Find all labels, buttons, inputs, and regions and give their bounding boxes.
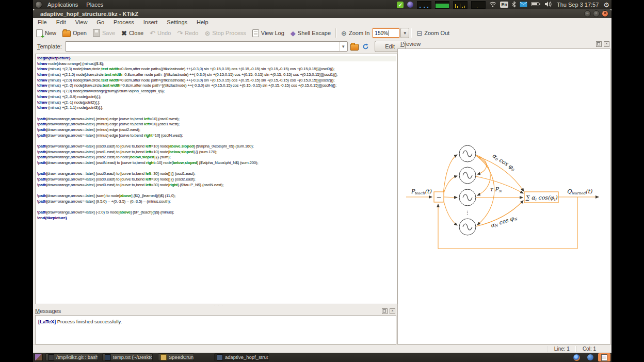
close-window-button[interactable]: ✕ xyxy=(602,10,608,17)
messages-close-icon[interactable]: × xyxy=(390,308,395,314)
taskbar-tray xyxy=(570,353,611,362)
volume-icon[interactable] xyxy=(544,1,552,8)
chevron-down-icon[interactable]: ▼ xyxy=(339,42,347,51)
preview-close-icon[interactable]: × xyxy=(604,41,609,47)
top-panel: Applications Places ✓ En Thu Sep 3 17:57… xyxy=(33,0,611,9)
updates-ok-icon[interactable]: ✓ xyxy=(397,2,404,8)
task-terminal[interactable]: /tmp/ktikz.git : bash ... xyxy=(45,353,98,361)
stop-icon: ⊗ xyxy=(204,30,210,37)
message-text: Process finished successfully. xyxy=(56,319,122,324)
close-file-button[interactable]: ✖ Close xyxy=(118,27,147,39)
open-folder-icon xyxy=(62,30,71,37)
status-col: Col: 1 xyxy=(576,346,602,352)
window-list-applet-icon[interactable] xyxy=(35,354,43,361)
svg-text:∑ αi cos(φi): ∑ αi cos(φi) xyxy=(525,194,557,202)
template-reload-button[interactable] xyxy=(361,42,371,51)
shell-escape-icon: ◆ xyxy=(291,30,296,37)
preview-title: Preview xyxy=(400,41,421,47)
taskbar: /tmp/ktikz.git : bash ... temp.txt (~/De… xyxy=(33,353,611,362)
text-caret xyxy=(389,30,389,36)
menu-edit[interactable]: Edit xyxy=(52,18,71,26)
undo-button[interactable]: ↶ Undo xyxy=(147,27,174,39)
speedcrunch-icon xyxy=(160,354,167,360)
menu-help[interactable]: Help xyxy=(192,18,213,26)
system-tray: ✓ En Thu Sep 3 17:57 ⚙ xyxy=(397,0,611,9)
text-file-icon xyxy=(105,354,111,360)
template-open-button[interactable] xyxy=(350,42,359,51)
menu-view[interactable]: View xyxy=(71,18,92,26)
session-gear-icon[interactable]: ⚙ xyxy=(603,2,609,8)
wifi-icon[interactable] xyxy=(489,1,496,8)
preview-header: Preview × xyxy=(400,40,610,48)
svg-text:⋮: ⋮ xyxy=(465,210,470,216)
zoom-level-input[interactable]: 150% xyxy=(373,28,399,38)
browser-launcher[interactable] xyxy=(584,353,597,361)
zoom-level-dropdown-button[interactable]: ▼ xyxy=(400,28,409,38)
save-icon xyxy=(93,29,100,37)
bluetooth-icon[interactable] xyxy=(512,1,516,9)
active-app-button[interactable] xyxy=(598,353,610,361)
view-log-button[interactable]: View Log xyxy=(249,27,287,39)
menu-go[interactable]: Go xyxy=(92,18,109,26)
svg-text:−: − xyxy=(436,194,441,201)
new-file-icon: + xyxy=(36,29,43,37)
code-editor[interactable]: \begin{tikzpicture}\draw node[draw=orang… xyxy=(35,54,397,304)
places-menu[interactable]: Places xyxy=(82,0,107,9)
messages-title: Messages xyxy=(35,308,61,314)
cpu-monitor-graph[interactable] xyxy=(417,1,431,9)
clock[interactable]: Thu Sep 3 17:57 xyxy=(556,2,600,8)
open-button[interactable]: Open xyxy=(59,27,90,39)
messages-float-icon[interactable] xyxy=(382,308,388,314)
menu-insert[interactable]: Insert xyxy=(139,18,163,26)
keyboard-layout-indicator[interactable]: En xyxy=(500,2,508,8)
task-ktikz[interactable]: adaptive_hopf_struc... xyxy=(214,353,269,361)
ktikz-icon xyxy=(217,354,223,360)
mail-icon[interactable] xyxy=(520,2,527,8)
memory-monitor-graph[interactable] xyxy=(435,1,449,9)
menu-process[interactable]: Process xyxy=(109,18,139,26)
window-titlebar[interactable]: adaptive_hopf_structure.tikz - KTikZ − ▫… xyxy=(33,9,611,18)
disk-monitor-graph[interactable] xyxy=(471,1,486,9)
globe-icon xyxy=(587,354,593,360)
applications-menu[interactable]: Applications xyxy=(43,0,82,9)
stop-process-button[interactable]: ⊗ Stop Process xyxy=(201,27,249,39)
close-x-icon: ✖ xyxy=(121,30,127,37)
redo-button[interactable]: ↷ Redo xyxy=(174,27,201,39)
zoom-out-button[interactable]: ⊟ Zoom Out xyxy=(413,27,453,39)
messages-panel[interactable]: [LaTeX] Process finished successfully. xyxy=(35,315,396,344)
toolbar-separator xyxy=(411,28,412,38)
terminal-icon xyxy=(48,354,54,360)
redo-icon: ↷ xyxy=(177,30,183,37)
save-button[interactable]: Save xyxy=(90,27,118,39)
messages-header: Messages × xyxy=(35,307,396,315)
undo-icon: ↶ xyxy=(150,30,155,37)
preview-float-icon[interactable] xyxy=(596,41,602,47)
svg-text:Pteach(t): Pteach(t) xyxy=(411,188,432,195)
battery-icon[interactable] xyxy=(531,2,541,8)
task-text-editor[interactable]: temp.txt (~/Desktop... xyxy=(102,353,153,361)
toolbar-separator xyxy=(335,28,336,38)
status-bar: Line: 1 Col: 1 xyxy=(33,344,611,353)
minimize-button[interactable]: − xyxy=(584,10,591,17)
new-button[interactable]: + New xyxy=(33,27,59,39)
network-globe-icon[interactable] xyxy=(407,2,413,8)
menu-file[interactable]: File xyxy=(33,18,52,26)
svg-text:α0 cos φ0: α0 cos φ0 xyxy=(491,152,517,172)
template-combobox[interactable]: ▼ xyxy=(65,41,348,52)
window-title: adaptive_hopf_structure.tikz - KTikZ xyxy=(33,11,138,17)
svg-text:τ PN: τ PN xyxy=(490,186,503,193)
document-pen-icon xyxy=(601,354,607,361)
oscillator-nodes xyxy=(459,145,476,235)
menu-settings[interactable]: Settings xyxy=(162,18,192,26)
preview-panel[interactable]: − ∑ αi cos(φi) ⋮ Pteach(t) Qlearned(t) α… xyxy=(397,48,610,344)
status-line: Line: 1 xyxy=(548,346,576,352)
maximize-button[interactable]: ▫ xyxy=(593,10,600,17)
distribution-logo-icon[interactable] xyxy=(35,1,42,8)
zoom-in-button[interactable]: ⊕ Zoom In xyxy=(338,27,373,39)
network-monitor-graph[interactable] xyxy=(453,1,468,9)
view-log-icon xyxy=(252,29,259,37)
firefox-launcher[interactable] xyxy=(570,353,583,361)
svg-text:Qlearned(t): Qlearned(t) xyxy=(567,188,592,195)
shell-escape-button[interactable]: ◆ Shell Escape xyxy=(287,27,334,39)
task-speedcrunch[interactable]: SpeedCrunch xyxy=(158,353,194,361)
